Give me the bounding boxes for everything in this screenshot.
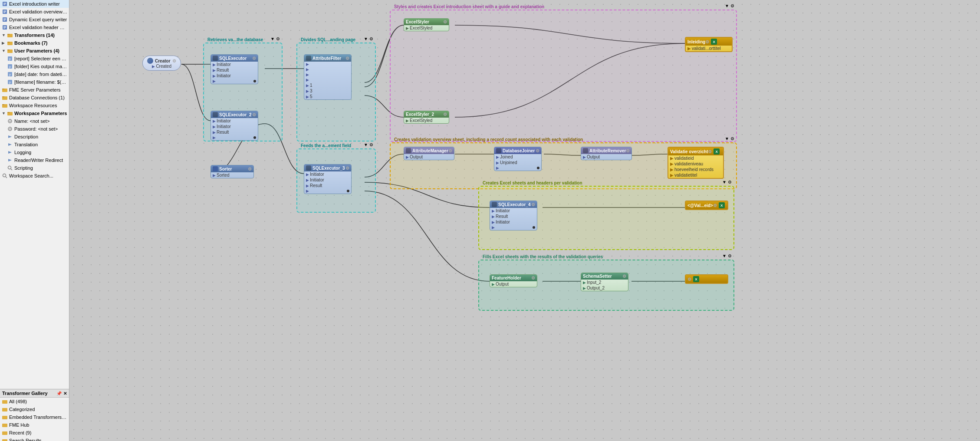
gear-icon-writer-dynamic[interactable]: ⚙ (687, 277, 691, 282)
group-gear-icon-feed[interactable]: ⚙ (369, 142, 373, 147)
sidebar-item-param-date[interactable]: p[date] date: from datetime ... (0, 70, 69, 78)
ss-gear[interactable]: ⚙ (622, 274, 626, 279)
port-out-Result: ▶Result (304, 183, 351, 188)
group-collapse-icon-feed[interactable]: ▼ (364, 142, 368, 147)
gear-icon-attrremover[interactable]: ⚙ (626, 148, 630, 153)
port-out-Initiator: ▶Initiator (304, 177, 351, 183)
sidebar-item-user-parameters[interactable]: ▼User Parameters (4) (0, 47, 69, 55)
gallery-item[interactable]: Search Results (0, 437, 69, 441)
svg-rect-53 (2, 424, 7, 427)
gallery-item[interactable]: Embedded Transformers (1) (0, 413, 69, 421)
sidebar-item-excel-validation-overview-writer[interactable]: Excel validation overview writer (0, 8, 69, 16)
node-attrfilter: AttributeFilter ⚙ ▶▶▶▶▶1▶3▶5 (304, 54, 352, 100)
group-collapse-icon-teal[interactable]: ▼ (722, 253, 727, 258)
group-collapse-icon-pink[interactable]: ▼ (725, 3, 729, 8)
writer-port-hoeveelheid records: ▶hoeveelheid records (668, 167, 723, 172)
sidebar-item-param-translation[interactable]: Translation (0, 141, 69, 148)
group-collapse-icon-orange[interactable]: ▼ (725, 136, 729, 141)
node-label-sql1: SQLExecutor (219, 56, 247, 61)
gear-icon-dbjoiner[interactable]: ⚙ (536, 148, 539, 153)
node-attrmanager: AttributeManager ⚙ ▶Output (404, 147, 454, 160)
sidebar-item-workspace-search[interactable]: Workspace Search... (0, 172, 69, 180)
sidebar-icon-db-connections (2, 95, 8, 101)
svg-text:p: p (9, 73, 11, 76)
writer-header-dynamic: ⚙ X (686, 275, 727, 283)
sidebar-item-param-logging[interactable]: Logging (0, 148, 69, 156)
sidebar-icon-param-report: p (7, 56, 13, 62)
styler2-gear[interactable]: ⚙ (443, 112, 447, 117)
styler1-gear[interactable]: ⚙ (443, 20, 447, 24)
sidebar-item-transformers[interactable]: ▼Transformers (14) (0, 31, 69, 39)
tree-arrow-bookmarks: ▶ (2, 41, 6, 45)
svg-line-49 (6, 177, 7, 178)
svg-text:p: p (9, 65, 11, 69)
gear-icon-writer-inleiding[interactable]: ⚙ (705, 39, 709, 44)
svg-text:p: p (9, 81, 11, 84)
gear-icon-writer-valeid[interactable]: ⚙ (713, 203, 717, 208)
gear-icon-sql4[interactable]: ⚙ (531, 202, 535, 207)
sidebar-label-fme-server-params: FME Server Parameters (9, 87, 61, 92)
sidebar-item-param-folder[interactable]: p[folder] Kies output map: C... (0, 63, 69, 70)
sidebar-item-param-scripting[interactable]: Scripting (0, 164, 69, 172)
group-gear-icon-orange[interactable]: ⚙ (730, 136, 734, 141)
svg-point-41 (10, 128, 11, 130)
sidebar-item-db-connections[interactable]: Database Connections (1) (0, 94, 69, 102)
transformer-gallery: Transformer Gallery 📌 ✕ All (498) Catego… (0, 389, 69, 441)
sidebar-item-param-filename[interactable]: p[filename] filename: $(fold... (0, 78, 69, 86)
gallery-item[interactable]: Recent (9) (0, 429, 69, 437)
sidebar-icon-param-readerwriter (7, 157, 13, 163)
sidebar-icon-param-translation (7, 142, 13, 148)
node-schemasetter: SchemaSetter ⚙ ▶Input_2 ▶Output_2 (581, 273, 628, 291)
gallery-item[interactable]: All (498) (0, 398, 69, 405)
gear-icon-writer-validatie[interactable]: ⚙ (708, 149, 712, 154)
sidebar-label-dynamic-excel-query-writer: Dynamic Excel query writer (9, 17, 67, 22)
group-collapse-icon-yellowgreen[interactable]: ▼ (722, 180, 727, 184)
gear-icon-sql2[interactable]: ⚙ (252, 112, 256, 117)
svg-marker-44 (8, 151, 12, 154)
sidebar-item-dynamic-excel-query-writer[interactable]: Dynamic Excel query writer (0, 16, 69, 23)
styler1-label: ExcelStyler (406, 20, 429, 24)
gallery-label: Embedded Transformers (1) (9, 415, 67, 420)
gear-icon-attrmanager[interactable]: ⚙ (448, 148, 452, 153)
canvas[interactable]: Styles and creates Excel introduction sh… (69, 0, 980, 441)
sidebar-item-fme-server-params[interactable]: FME Server Parameters (0, 86, 69, 94)
group-collapse-icon-divides[interactable]: ▼ (364, 36, 368, 41)
group-gear-icon-yellowgreen[interactable]: ⚙ (728, 180, 732, 184)
sidebar-item-param-password[interactable]: Password: <not set> (0, 125, 69, 133)
port-out-Null: ▶ (304, 72, 351, 77)
sidebar-item-excel-validation-header-writer[interactable]: Excel validation header writer (0, 23, 69, 31)
writer-label-validatie: Validatie overzicht (670, 149, 708, 154)
gallery-item[interactable]: Categorized (0, 405, 69, 413)
group-gear-icon-pink[interactable]: ⚙ (730, 3, 734, 8)
group-gear-icon-retrieve[interactable]: ⚙ (276, 36, 280, 41)
sidebar-item-param-report[interactable]: p[report] Selecteer een valid... (0, 55, 69, 63)
sidebar-icon-param-name (7, 118, 13, 124)
sidebar-item-param-readerwriter[interactable]: Reader/Writer Redirect (0, 156, 69, 164)
gallery-item[interactable]: FME Hub (0, 421, 69, 429)
sidebar-icon-workspace-params (7, 110, 13, 116)
gear-icon-attrfilter[interactable]: ⚙ (345, 56, 349, 61)
sorter-label: Sorter (219, 167, 232, 171)
fh-gear[interactable]: ⚙ (531, 276, 535, 280)
sidebar-icon-transformers (7, 32, 13, 38)
sorter-gear[interactable]: ⚙ (248, 167, 252, 171)
creator-gear[interactable]: ⚙ (172, 59, 176, 63)
sidebar-item-bookmarks[interactable]: ▶Bookmarks (7) (0, 39, 69, 47)
gear-icon-sql3[interactable]: ⚙ (345, 166, 349, 171)
gallery-close-icon[interactable]: ✕ (63, 391, 67, 396)
sidebar-item-param-description[interactable]: Description (0, 133, 69, 141)
group-gear-icon-teal[interactable]: ⚙ (728, 253, 732, 258)
sidebar-item-workspace-resources[interactable]: Workspace Resources (0, 102, 69, 109)
sidebar-item-workspace-params[interactable]: ▼Workspace Parameters (0, 109, 69, 117)
sidebar-item-param-name[interactable]: Name: <not set> (0, 117, 69, 125)
gallery-label: Recent (9) (9, 430, 31, 435)
gear-icon-sql1[interactable]: ⚙ (252, 56, 256, 61)
group-gear-icon-divides[interactable]: ⚙ (369, 36, 373, 41)
group-collapse-icon-retrieve[interactable]: ▼ (270, 36, 275, 41)
sidebar-icon-param-scripting (7, 165, 13, 171)
node-header-dbjoiner: DatabaseJoiner ⚙ (494, 147, 541, 154)
gallery-pin-icon[interactable]: 📌 (56, 391, 62, 396)
sidebar-item-excel-intro-writer[interactable]: Excel introduction writer (0, 0, 69, 8)
styler1-port: ▶ExcelStyled (404, 25, 449, 31)
sidebar-label-param-scripting: Scripting (14, 165, 33, 171)
